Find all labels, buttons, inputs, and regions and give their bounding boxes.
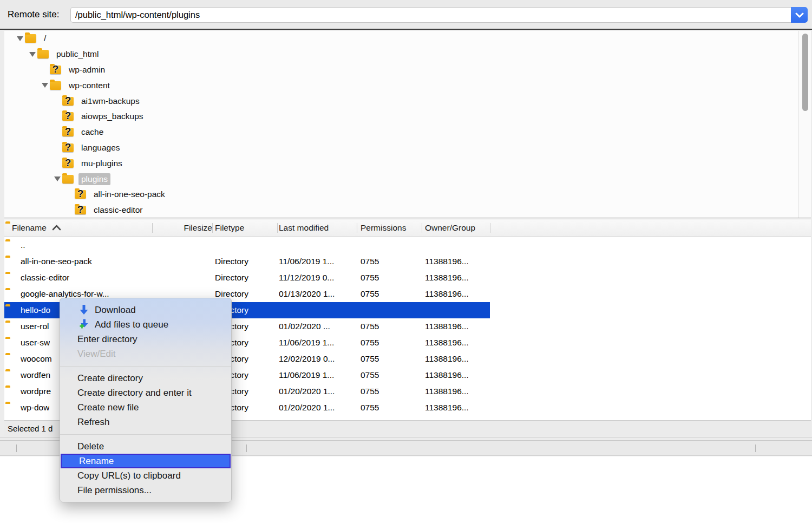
tree-item-languages[interactable]: ? languages <box>4 140 811 156</box>
tree-item-label: / <box>41 32 49 44</box>
menu-item-create-new-file[interactable]: Create new file <box>60 400 231 415</box>
cell-modified: 11/06/2019 1... <box>279 367 334 383</box>
expand-triangle-icon[interactable] <box>40 81 50 90</box>
menu-item-label: Download <box>95 305 136 316</box>
cell-name: all-in-one-seo-pack <box>21 253 92 270</box>
folder-question-icon: ? <box>62 97 74 106</box>
folder-question-icon: ? <box>75 190 86 199</box>
download-arrow-icon <box>77 304 91 316</box>
tree-item-wp-admin[interactable]: ? wp-admin <box>4 62 811 78</box>
expand-triangle-icon <box>53 143 62 153</box>
menu-item-label: Rename <box>79 456 114 467</box>
cell-name: user-rol <box>21 318 49 335</box>
table-row[interactable]: all-in-one-seo-pack Directory 11/06/2019… <box>4 253 811 270</box>
expand-triangle-icon[interactable] <box>15 34 25 43</box>
menu-item-rename[interactable]: Rename <box>61 454 231 468</box>
cell-name: wp-dow <box>21 400 49 416</box>
cell-owner: 11388196... <box>425 383 469 400</box>
cell-name: wordpre <box>21 383 51 400</box>
remote-site-label: Remote site: <box>8 0 59 29</box>
tree-item-wp-content[interactable]: wp-content <box>4 77 811 93</box>
tree-item-label: languages <box>78 142 123 154</box>
cell-name: woocom <box>21 351 52 367</box>
tree-item-mu-plugins[interactable]: ? mu-plugins <box>4 155 811 171</box>
menu-item-label: Create new file <box>77 402 139 413</box>
menu-item-file-permissions[interactable]: File permissions... <box>60 483 231 498</box>
column-resize-handle[interactable] <box>422 223 422 233</box>
tree-item-classic-editor[interactable]: ? classic-editor <box>4 202 811 218</box>
cell-permissions: 0755 <box>361 270 379 286</box>
cell-owner: 11388196... <box>425 335 469 351</box>
menu-item-label: Enter directory <box>77 334 137 345</box>
tree-item-aiowps-backups[interactable]: ? aiowps_backups <box>4 109 811 125</box>
menu-separator <box>60 361 231 371</box>
cell-name: wordfen <box>21 367 50 383</box>
remote-path-input[interactable] <box>70 7 791 23</box>
menu-item-create-directory[interactable]: Create directory <box>60 371 231 385</box>
expand-triangle-icon <box>53 112 62 121</box>
tree-item-cache[interactable]: ? cache <box>4 125 811 140</box>
cell-owner: 11388196... <box>425 318 469 335</box>
menu-item-delete[interactable]: Delete <box>60 439 231 454</box>
tree-scrollbar-track[interactable] <box>798 31 811 218</box>
cell-permissions: 0755 <box>361 335 379 351</box>
expand-triangle-icon[interactable] <box>53 174 62 184</box>
menu-item-enter-directory[interactable]: Enter directory <box>60 332 231 347</box>
menu-item-add-files-to-queue[interactable]: Add files to queue <box>60 317 231 332</box>
path-dropdown-button[interactable] <box>791 7 808 23</box>
tree-item-plugins[interactable]: plugins <box>4 171 811 187</box>
cell-name: hello-do <box>21 302 50 318</box>
menu-item-label: Copy URL(s) to clipboard <box>77 470 181 481</box>
menu-item-label: Refresh <box>77 417 110 428</box>
folder-icon <box>37 50 49 58</box>
tree-item-label: cache <box>78 126 106 138</box>
queue-column-divider <box>755 444 756 452</box>
tree-item-label: wp-admin <box>66 64 108 76</box>
table-row[interactable]: .. <box>4 237 811 253</box>
cell-owner: 11388196... <box>425 351 469 367</box>
add-to-queue-icon <box>77 318 91 331</box>
column-resize-handle[interactable] <box>490 223 490 233</box>
table-row[interactable]: classic-editor Directory 11/12/2019 0...… <box>4 270 811 286</box>
tree-item-label: plugins <box>78 173 110 185</box>
menu-item-refresh[interactable]: Refresh <box>60 415 231 429</box>
remote-site-bar: Remote site: <box>0 0 812 30</box>
queue-column-divider <box>16 444 17 452</box>
cell-permissions: 0755 <box>361 351 379 367</box>
status-text: Selected 1 d <box>8 424 53 433</box>
tree-item-label: aiowps_backups <box>78 110 146 122</box>
menu-item-label: File permissions... <box>77 485 152 496</box>
tree-item-ai1wm-backups[interactable]: ? ai1wm-backups <box>4 93 811 109</box>
cell-modified: 11/06/2019 1... <box>279 253 334 270</box>
menu-item-download[interactable]: Download <box>60 303 231 317</box>
menu-item-label: Add files to queue <box>95 319 168 330</box>
tree-scrollbar-thumb[interactable] <box>802 34 808 111</box>
column-resize-handle[interactable] <box>277 223 278 233</box>
cell-modified: 01/02/2020 ... <box>279 318 330 335</box>
cell-owner: 11388196... <box>425 270 469 286</box>
column-resize-handle[interactable] <box>357 223 357 233</box>
folder-icon <box>50 81 61 90</box>
cell-name: classic-editor <box>21 270 69 286</box>
tree-item-all-in-one-seo-pack[interactable]: ? all-in-one-seo-pack <box>4 187 811 202</box>
chevron-down-icon <box>795 12 804 18</box>
queue-column-divider <box>246 444 247 452</box>
expand-triangle-icon <box>53 127 62 137</box>
menu-separator <box>60 429 231 439</box>
menu-item-view-edit: View/Edit <box>60 347 231 361</box>
folder-icon <box>62 175 74 184</box>
cell-modified: 12/02/2019 0... <box>279 351 335 367</box>
cell-owner: 11388196... <box>425 286 469 302</box>
tree-item-public-html[interactable]: public_html <box>4 47 811 62</box>
menu-item-copy-url-s-to-clipboard[interactable]: Copy URL(s) to clipboard <box>60 468 231 483</box>
column-resize-handle[interactable] <box>152 223 153 233</box>
cell-modified: 01/20/2020 1... <box>279 400 335 416</box>
expand-triangle-icon[interactable] <box>28 49 37 59</box>
tree-item-[interactable]: / <box>4 31 811 47</box>
cell-permissions: 0755 <box>361 400 379 416</box>
tree-item-label: all-in-one-seo-pack <box>91 188 168 200</box>
menu-item-create-directory-and-enter-it[interactable]: Create directory and enter it <box>60 385 231 400</box>
folder-question-icon: ? <box>62 128 74 136</box>
column-resize-handle[interactable] <box>212 223 213 233</box>
expand-triangle-icon <box>65 189 75 199</box>
